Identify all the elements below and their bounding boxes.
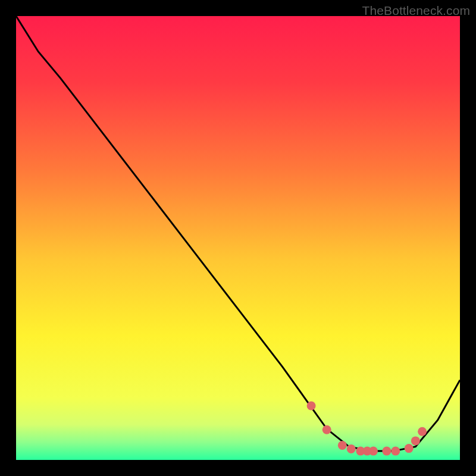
marker-dot [338,441,347,450]
marker-dot [405,444,414,453]
marker-dot [418,427,427,436]
marker-dot [307,402,316,411]
marker-dot [347,444,356,453]
marker-dot [411,436,420,445]
marker-dot [322,425,331,434]
marker-dot [391,447,400,456]
marker-dot [369,447,378,456]
plot-area [16,16,460,460]
marker-dot [382,447,391,456]
chart-frame: TheBottleneck.com [0,0,476,476]
chart-svg [16,16,460,460]
gradient-background [16,16,460,460]
